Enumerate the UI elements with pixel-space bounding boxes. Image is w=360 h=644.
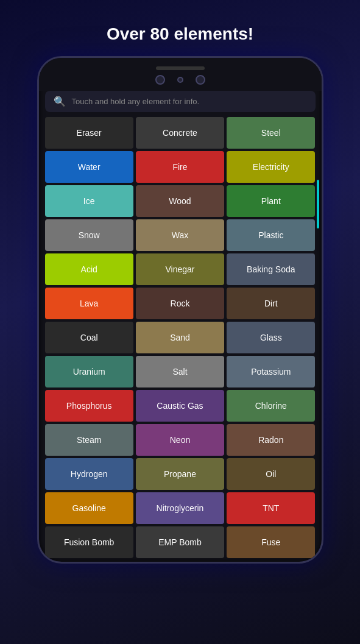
element-cell[interactable]: Uranium bbox=[45, 356, 133, 387]
page-title: Over 80 elements! bbox=[107, 24, 253, 44]
element-cell[interactable]: Water bbox=[45, 151, 133, 183]
element-cell[interactable]: Snow bbox=[45, 219, 133, 251]
elements-grid-container: EraserConcreteSteelWaterFireElectricityI… bbox=[39, 117, 322, 562]
phone-top-center bbox=[69, 66, 291, 85]
element-cell[interactable]: Steel bbox=[227, 117, 315, 149]
element-cell[interactable]: Gasoline bbox=[45, 492, 133, 524]
element-cell[interactable]: Glass bbox=[227, 322, 315, 353]
element-cell[interactable]: Salt bbox=[136, 356, 224, 387]
element-cell[interactable]: Baking Soda bbox=[227, 253, 315, 285]
element-cell[interactable]: TNT bbox=[227, 492, 315, 524]
element-cell[interactable]: Wood bbox=[136, 185, 224, 217]
scroll-indicator[interactable] bbox=[317, 180, 319, 228]
camera-row bbox=[155, 75, 205, 85]
element-cell[interactable]: Eraser bbox=[45, 117, 133, 149]
element-cell[interactable]: Acid bbox=[45, 253, 133, 285]
camera-center bbox=[177, 77, 183, 83]
element-cell[interactable]: Vinegar bbox=[136, 253, 224, 285]
element-cell[interactable]: Plant bbox=[227, 185, 315, 217]
search-hint: Touch and hold any element for info. bbox=[72, 97, 200, 106]
element-cell[interactable]: Plastic bbox=[227, 219, 315, 251]
element-cell[interactable]: Nitroglycerin bbox=[136, 492, 224, 524]
element-cell[interactable]: Steam bbox=[45, 424, 133, 456]
element-cell[interactable]: Electricity bbox=[227, 151, 315, 183]
phone-frame: 🔍 Touch and hold any element for info. E… bbox=[37, 56, 323, 564]
element-cell[interactable]: Radon bbox=[227, 424, 315, 456]
search-icon: 🔍 bbox=[54, 96, 66, 107]
element-cell[interactable]: Neon bbox=[136, 424, 224, 456]
element-cell[interactable]: Concrete bbox=[136, 117, 224, 149]
element-cell[interactable]: Propane bbox=[136, 458, 224, 490]
phone-top bbox=[39, 58, 322, 91]
element-cell[interactable]: Fusion Bomb bbox=[45, 526, 133, 558]
element-cell[interactable]: EMP Bomb bbox=[136, 526, 224, 558]
element-cell[interactable]: Lava bbox=[45, 288, 133, 319]
element-cell[interactable]: Potassium bbox=[227, 356, 315, 387]
element-cell[interactable]: Phosphorus bbox=[45, 390, 133, 422]
element-cell[interactable]: Chlorine bbox=[227, 390, 315, 422]
element-cell[interactable]: Sand bbox=[136, 322, 224, 353]
notch-pill bbox=[156, 66, 205, 70]
search-bar[interactable]: 🔍 Touch and hold any element for info. bbox=[45, 91, 316, 112]
element-cell[interactable]: Rock bbox=[136, 288, 224, 319]
element-cell[interactable]: Dirt bbox=[227, 288, 315, 319]
element-cell[interactable]: Ice bbox=[45, 185, 133, 217]
element-cell[interactable]: Wax bbox=[136, 219, 224, 251]
element-cell[interactable]: Caustic Gas bbox=[136, 390, 224, 422]
element-cell[interactable]: Fire bbox=[136, 151, 224, 183]
element-cell[interactable]: Oil bbox=[227, 458, 315, 490]
elements-grid: EraserConcreteSteelWaterFireElectricityI… bbox=[45, 117, 316, 558]
element-cell[interactable]: Hydrogen bbox=[45, 458, 133, 490]
element-cell[interactable]: Fuse bbox=[227, 526, 315, 558]
camera-left bbox=[155, 75, 165, 85]
camera-right bbox=[196, 75, 205, 85]
element-cell[interactable]: Coal bbox=[45, 322, 133, 353]
